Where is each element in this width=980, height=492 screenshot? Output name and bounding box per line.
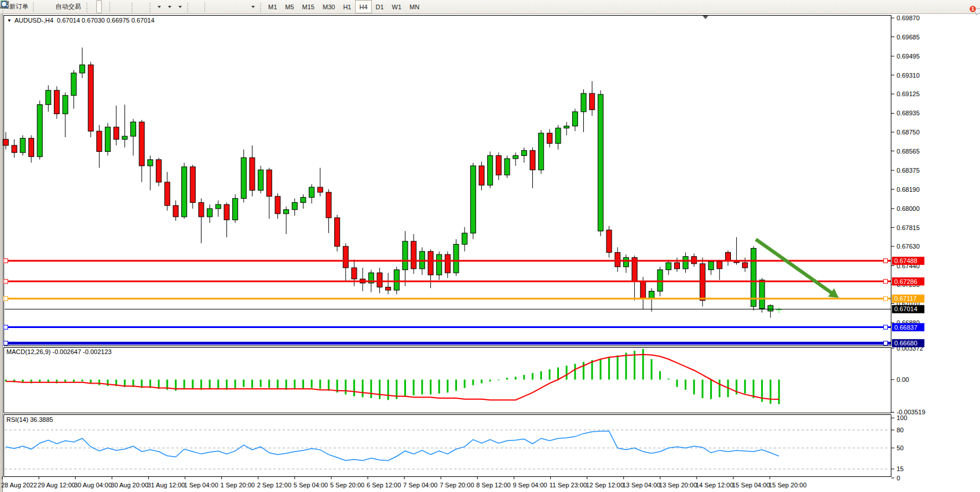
macd-bar — [184, 380, 185, 389]
toolbar-grip[interactable] — [259, 2, 262, 12]
new-order-button[interactable]: 新订单 — [6, 0, 31, 13]
resistance-line-1-badge-label: 0.67488 — [894, 257, 917, 264]
candle-body — [266, 170, 272, 196]
time-axis[interactable]: 28 Aug 202229 Aug 12:0030 Aug 04:0030 Au… — [1, 476, 807, 489]
resistance-line-1-handle[interactable] — [4, 259, 8, 263]
candle-body — [615, 253, 620, 267]
trendline-button[interactable] — [218, 0, 224, 13]
timeframe-d1[interactable]: D1 — [372, 0, 388, 13]
macd-bar — [710, 380, 712, 399]
macd-bar — [668, 378, 670, 380]
autotrading-button-label: 自动交易 — [56, 2, 81, 11]
resistance-line-2-handle[interactable] — [4, 279, 8, 283]
timeframe-w1[interactable]: W1 — [388, 0, 406, 13]
vertical-line-button[interactable] — [207, 0, 213, 13]
rsi-tick-label: 100 — [897, 414, 907, 421]
time-tick-label: 13 Sep 04:00 — [623, 482, 660, 489]
time-tick-label: 7 Sep 04:00 — [403, 482, 437, 489]
support-line-navy-handle[interactable] — [4, 341, 8, 345]
toolbar-grip[interactable] — [149, 2, 152, 12]
timeframe-mn[interactable]: MN — [405, 0, 423, 13]
macd-bar — [778, 380, 780, 404]
templates-button[interactable] — [174, 0, 185, 13]
time-tick-label: 1 Sep 20:00 — [221, 482, 255, 489]
candle-body — [224, 205, 229, 220]
dropdown-caret-icon — [168, 6, 171, 8]
resistance-line-1-handle[interactable] — [884, 259, 888, 263]
metaeditor-button[interactable] — [35, 0, 41, 13]
macd-bar — [413, 380, 415, 395]
tile-windows-button[interactable] — [123, 0, 129, 13]
arrows-button[interactable] — [247, 0, 258, 13]
panel-splitter[interactable] — [3, 413, 891, 414]
time-tick-label: 31 Aug 12:00 — [147, 482, 185, 489]
rsi-panel — [4, 415, 891, 477]
autotrading-button[interactable]: 自动交易 — [53, 0, 84, 13]
candle-body — [190, 167, 195, 203]
indicators-button[interactable] — [153, 0, 164, 13]
time-tick-label: 1 Sep 04:00 — [184, 482, 218, 489]
support-line-blue-handle[interactable] — [884, 325, 888, 329]
time-tick-label: 15 Sep 20:00 — [769, 482, 806, 489]
candle-body — [326, 192, 331, 218]
price-panel[interactable] — [4, 16, 891, 346]
toolbar-grip[interactable] — [86, 2, 89, 12]
timeframe-m15[interactable]: M15 — [298, 0, 319, 13]
macd-bar — [625, 353, 627, 380]
candle-body — [258, 170, 264, 190]
price-tick-label: 0.68000 — [897, 205, 920, 212]
timeframe-m30[interactable]: M30 — [319, 0, 339, 13]
horizontal-line-button[interactable] — [213, 0, 218, 13]
zoom-in-button[interactable] — [112, 0, 118, 13]
timeframe-h4[interactable]: H4 — [355, 0, 371, 13]
symbol-dropdown-icon[interactable]: ▼ — [7, 18, 12, 23]
candle-body — [88, 65, 93, 131]
periods-button[interactable] — [164, 0, 174, 13]
candle-body — [590, 93, 595, 110]
auto-scroll-button[interactable] — [136, 0, 141, 13]
candle-body — [114, 127, 119, 139]
macd-bar — [557, 367, 559, 380]
candle-body — [275, 196, 280, 214]
zoom-out-button[interactable] — [118, 0, 123, 13]
toolbar-grip[interactable] — [187, 2, 189, 12]
price-tick-label: 0.69685 — [897, 34, 920, 41]
macd-bar — [455, 380, 457, 391]
support-line-orange-handle[interactable] — [4, 297, 8, 301]
timeframe-m1[interactable]: M1 — [264, 0, 281, 13]
chart-candles-button[interactable] — [96, 0, 102, 13]
toolbar-grip[interactable] — [131, 2, 134, 12]
time-tick-label: 14 Sep 12:00 — [696, 482, 733, 489]
crosshair-button[interactable] — [197, 0, 203, 13]
market-button[interactable] — [41, 0, 47, 13]
panel-splitter[interactable] — [3, 346, 891, 347]
macd-bar — [286, 380, 287, 390]
support-line-orange-handle[interactable] — [884, 297, 888, 301]
macd-bar — [744, 380, 746, 393]
chart-canvas[interactable]: 0.698700.696850.694950.693100.691250.689… — [0, 13, 980, 492]
text-button[interactable]: A — [236, 0, 242, 13]
candle-body — [37, 105, 42, 157]
cursor-button[interactable] — [191, 0, 197, 13]
time-tick-label: 30 Aug 20:00 — [111, 482, 148, 489]
chart-shift-button[interactable] — [141, 0, 147, 13]
chart-bars-button[interactable] — [90, 0, 96, 13]
macd-bar — [701, 380, 703, 398]
macd-bar — [617, 355, 619, 380]
fibonacci-button[interactable]: F — [230, 0, 236, 13]
candle-body — [708, 261, 714, 269]
timeframe-m5[interactable]: M5 — [281, 0, 298, 13]
price-axis[interactable]: 0.698700.696850.694950.693100.691250.689… — [891, 14, 926, 482]
macd-bar — [251, 380, 253, 388]
equidistant-channel-button[interactable]: E — [224, 0, 230, 13]
toolbar-separator — [204, 2, 205, 12]
support-line-blue-handle[interactable] — [4, 325, 8, 329]
chart-line-button[interactable] — [102, 0, 108, 13]
signals-button[interactable] — [47, 0, 53, 13]
resistance-line-2-handle[interactable] — [884, 279, 888, 283]
timeframe-h1[interactable]: H1 — [339, 0, 355, 13]
macd-bar — [107, 380, 109, 386]
text-label-button[interactable]: T — [242, 0, 247, 13]
candle-body — [403, 241, 408, 269]
support-line-navy-handle[interactable] — [884, 341, 888, 345]
